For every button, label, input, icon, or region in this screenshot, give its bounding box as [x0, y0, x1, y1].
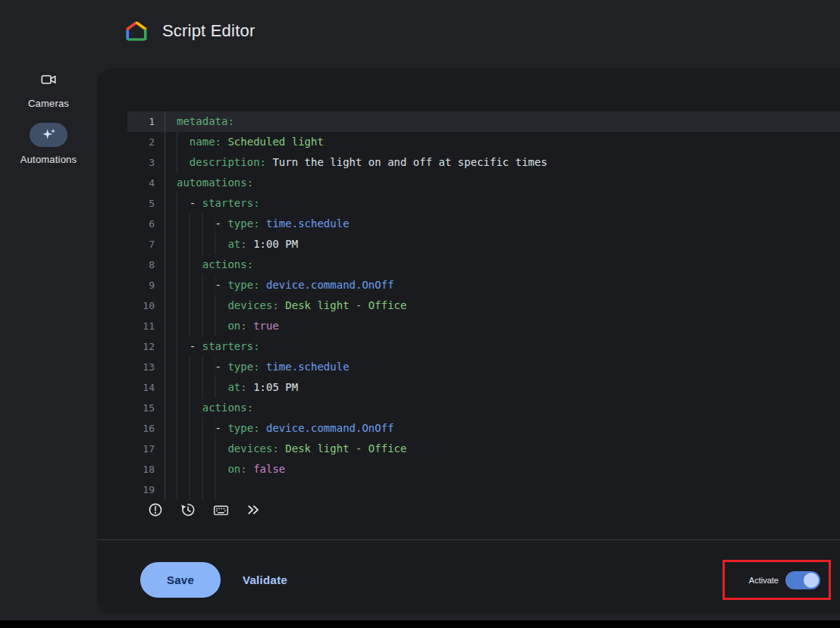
line-number: 9: [127, 275, 165, 295]
toggle-thumb: [804, 573, 819, 588]
camera-icon: [40, 70, 57, 89]
activate-toggle[interactable]: [785, 571, 820, 589]
annotation-highlight-box: Activate: [722, 560, 831, 600]
code-line[interactable]: 18on: false: [127, 459, 840, 480]
code-line-text: at: 1:05 PM: [165, 377, 298, 398]
keyboard-icon: [213, 502, 229, 518]
code-line[interactable]: 5- starters:: [127, 193, 840, 214]
code-line[interactable]: 13- type: time.schedule: [127, 357, 840, 377]
code-line-text: metadata:: [165, 111, 234, 132]
indent-guides: [177, 377, 227, 398]
more-tools-button[interactable]: [240, 496, 267, 523]
code-line-text: description: Turn the light on and off a…: [165, 152, 547, 173]
footer-divider: [97, 539, 840, 540]
keyboard-button[interactable]: [207, 496, 234, 523]
header: Script Editor: [97, 0, 840, 62]
indent-guides: [177, 152, 190, 173]
sidebar-item-automations[interactable]: Automations: [0, 123, 97, 165]
code-line[interactable]: 10devices: Desk light - Office: [127, 295, 840, 316]
line-number: 18: [127, 459, 165, 480]
double-chevron-icon: [246, 502, 261, 517]
code-line[interactable]: 16- type: device.command.OnOff: [127, 418, 840, 439]
indent-guides: [177, 234, 227, 255]
code-line[interactable]: 2name: Scheduled light: [127, 132, 840, 152]
alert-circle-icon: [148, 502, 163, 517]
code-line[interactable]: 8actions:: [127, 255, 840, 275]
sidebar-item-cameras[interactable]: Cameras: [0, 70, 97, 109]
indent-guides: [177, 316, 227, 336]
code-line-text: - type: device.command.OnOff: [165, 418, 394, 439]
save-button[interactable]: Save: [140, 562, 221, 598]
indent-guides: [177, 255, 202, 275]
problems-button[interactable]: [142, 496, 169, 523]
sparkle-icon: [40, 127, 57, 143]
code-line-text: - type: time.schedule: [165, 214, 349, 234]
code-line[interactable]: 3description: Turn the light on and off …: [127, 152, 840, 173]
code-line[interactable]: 12- starters:: [127, 336, 840, 357]
code-line-text: automations:: [165, 173, 253, 193]
code-line-text: actions:: [165, 398, 253, 418]
line-number: 14: [127, 377, 165, 398]
code-line-text: on: false: [165, 459, 285, 480]
indent-guides: [177, 132, 190, 152]
indent-guides: [177, 193, 190, 214]
sidebar-item-label: Cameras: [0, 98, 97, 109]
history-icon: [180, 502, 196, 517]
indent-guides: [177, 214, 215, 234]
line-number: 2: [127, 132, 165, 152]
line-number: 1: [127, 111, 165, 132]
line-number: 5: [127, 193, 165, 214]
code-line[interactable]: 11on: true: [127, 316, 840, 336]
line-number: 16: [127, 418, 165, 439]
code-line-text: - type: device.command.OnOff: [165, 275, 394, 295]
line-number: 6: [127, 214, 165, 234]
activate-label: Activate: [749, 576, 779, 585]
code-line[interactable]: 14at: 1:05 PM: [127, 377, 840, 398]
code-line[interactable]: 17devices: Desk light - Office: [127, 439, 840, 459]
code-editor[interactable]: 1metadata:2name: Scheduled light3descrip…: [127, 111, 840, 501]
line-number: 10: [127, 295, 165, 316]
code-line-text: on: true: [165, 316, 279, 336]
code-line-text: - starters:: [165, 336, 260, 357]
line-number: 13: [127, 357, 165, 377]
code-line[interactable]: 6- type: time.schedule: [127, 214, 840, 234]
line-number: 7: [127, 234, 165, 255]
code-line[interactable]: 9- type: device.command.OnOff: [127, 275, 840, 295]
line-number: 15: [127, 398, 165, 418]
line-number: 12: [127, 336, 165, 357]
code-line-text: actions:: [165, 255, 253, 275]
page-title: Script Editor: [162, 21, 255, 41]
code-line[interactable]: 1metadata:: [127, 111, 840, 132]
indent-guides: [177, 336, 190, 357]
indent-guides: [177, 275, 215, 295]
indent-guides: [177, 439, 227, 459]
code-line-text: devices: Desk light - Office: [165, 295, 406, 316]
code-line-text: name: Scheduled light: [165, 132, 324, 152]
line-number: 4: [127, 173, 165, 193]
history-button[interactable]: [174, 496, 202, 523]
code-line-text: - type: time.schedule: [165, 357, 349, 377]
code-line[interactable]: 15actions:: [127, 398, 840, 418]
code-line[interactable]: 4automations:: [127, 173, 840, 193]
validate-button[interactable]: Validate: [243, 562, 287, 598]
code-line-text: at: 1:00 PM: [165, 234, 298, 255]
editor-card: 1metadata:2name: Scheduled light3descrip…: [97, 68, 840, 614]
indent-guides: [177, 459, 227, 480]
line-number: 8: [127, 255, 165, 275]
indent-guides: [177, 357, 215, 377]
line-number: 17: [127, 439, 165, 459]
code-line[interactable]: 7at: 1:00 PM: [127, 234, 840, 255]
google-home-logo-icon: [124, 20, 149, 42]
bottom-strip: [0, 620, 840, 628]
code-line-text: devices: Desk light - Office: [165, 439, 406, 459]
script-editor-screen: Script Editor Cameras Automations 1: [0, 0, 840, 628]
code-line-text: - starters:: [165, 193, 260, 214]
indent-guides: [177, 295, 227, 316]
line-number: 11: [127, 316, 165, 336]
indent-guides: [177, 398, 202, 418]
sidebar-item-label: Automations: [0, 154, 97, 165]
editor-toolbar: [142, 496, 267, 523]
selected-pill: [30, 123, 67, 147]
sidebar: Cameras Automations: [0, 62, 97, 628]
line-number: 3: [127, 152, 165, 173]
